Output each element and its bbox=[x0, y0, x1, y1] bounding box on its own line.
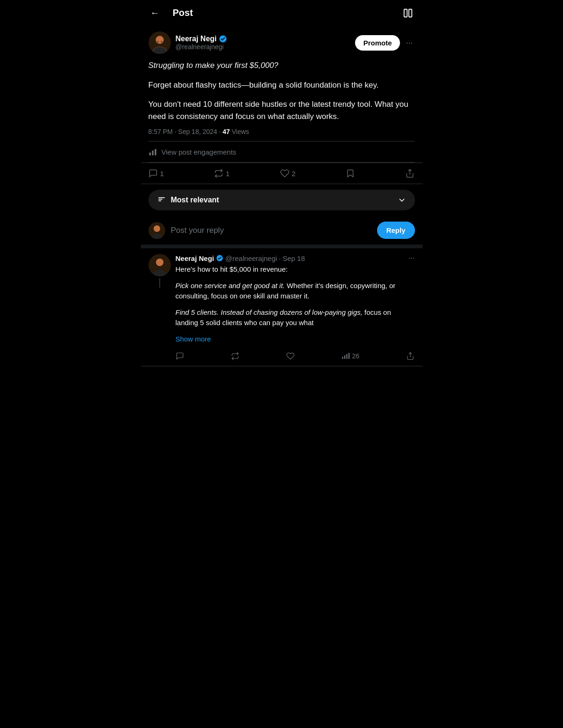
header: ← Post bbox=[141, 0, 422, 26]
svg-rect-0 bbox=[404, 9, 407, 17]
header-left: ← Post bbox=[148, 6, 193, 20]
promote-button[interactable]: Promote bbox=[355, 35, 400, 51]
author-handle: @realneerajnegi bbox=[176, 43, 227, 51]
comments-count: 1 bbox=[160, 170, 164, 178]
post-line1: Struggling to make your first $5,000? bbox=[148, 61, 279, 70]
back-button[interactable]: ← bbox=[148, 6, 162, 20]
reply-stats-row: 26 bbox=[176, 348, 415, 360]
reply-comment-icon bbox=[176, 352, 184, 360]
svg-rect-9 bbox=[149, 153, 150, 156]
avatar bbox=[148, 31, 171, 54]
reply-line2: Find 5 clients. Instead of chasing dozen… bbox=[176, 307, 415, 328]
book-icon-button[interactable] bbox=[401, 6, 415, 20]
share-icon bbox=[405, 169, 415, 178]
reply-author-name-row: Neeraj Negi @realneerajnegi · Sep 18 bbox=[176, 254, 305, 262]
svg-point-8 bbox=[161, 41, 163, 43]
reply-timestamp: Sep 18 bbox=[283, 254, 305, 262]
reply-share-button[interactable] bbox=[406, 352, 415, 360]
retweets-count: 1 bbox=[226, 170, 230, 178]
reply-input-row: Post your reply Reply bbox=[141, 216, 422, 245]
reply-avatar-col bbox=[148, 254, 171, 288]
reply-author-name: Neeraj Negi bbox=[176, 254, 215, 262]
reply-time: · bbox=[279, 254, 281, 262]
reply-more-button[interactable]: ··· bbox=[408, 254, 415, 262]
svg-rect-24 bbox=[346, 354, 347, 359]
reply-share-icon bbox=[406, 352, 415, 360]
author-text: Neeraj Negi @realneerajnegi bbox=[176, 35, 227, 51]
post-content: Struggling to make your first $5,000? Fo… bbox=[148, 59, 415, 122]
book-icon bbox=[403, 8, 413, 18]
heart-icon bbox=[280, 169, 289, 178]
filter-left: Most relevant bbox=[157, 195, 219, 205]
post-container: Neeraj Negi @realneerajnegi Promote ··· … bbox=[141, 26, 422, 163]
svg-rect-10 bbox=[152, 151, 153, 156]
svg-rect-22 bbox=[342, 357, 343, 359]
bar-chart-icon bbox=[148, 147, 158, 156]
author-actions: Promote ··· bbox=[355, 35, 415, 51]
svg-point-7 bbox=[157, 41, 159, 43]
author-name: Neeraj Negi bbox=[176, 35, 217, 43]
bookmark-button[interactable] bbox=[346, 169, 355, 178]
verified-icon bbox=[219, 35, 227, 43]
comment-icon bbox=[148, 169, 158, 178]
reply-author-header: Neeraj Negi @realneerajnegi · Sep 18 ··· bbox=[176, 254, 415, 262]
reply-views-button[interactable]: 26 bbox=[341, 352, 360, 360]
reply-intro: Here's how to hit $5,000 in revenue: bbox=[176, 264, 415, 275]
timestamp-text: 8:57 PM · Sep 18, 2024 · bbox=[148, 128, 223, 135]
author-name-row: Neeraj Negi bbox=[176, 35, 227, 43]
reply-author-handle: @realneerajnegi bbox=[225, 254, 277, 262]
stats-row: 1 1 2 bbox=[141, 163, 422, 184]
filter-icon bbox=[157, 195, 166, 205]
post-line2: Forget about flashy tactics—building a s… bbox=[148, 79, 415, 91]
post-line3: You don't need 10 different side hustles… bbox=[148, 98, 415, 122]
svg-point-20 bbox=[156, 259, 163, 266]
reply-submit-button[interactable]: Reply bbox=[377, 222, 415, 239]
reply-verified-icon bbox=[216, 254, 223, 262]
reply-author-details: Neeraj Negi @realneerajnegi · Sep 18 ···… bbox=[176, 254, 415, 360]
likes-count: 2 bbox=[292, 170, 296, 178]
svg-rect-25 bbox=[348, 353, 349, 359]
back-arrow-icon: ← bbox=[150, 7, 160, 18]
reply-card: Neeraj Negi @realneerajnegi · Sep 18 ···… bbox=[141, 248, 422, 366]
reply-content: Here's how to hit $5,000 in revenue: Pic… bbox=[176, 264, 415, 344]
view-engagements-label: View post engagements bbox=[162, 148, 237, 156]
svg-rect-11 bbox=[155, 149, 156, 155]
filter-bar[interactable]: Most relevant bbox=[148, 190, 415, 210]
section-divider bbox=[141, 245, 422, 248]
view-engagements[interactable]: View post engagements bbox=[148, 141, 415, 162]
show-more-link[interactable]: Show more bbox=[176, 335, 211, 343]
author-info: Neeraj Negi @realneerajnegi bbox=[148, 31, 227, 54]
thread-line bbox=[159, 278, 160, 288]
share-button[interactable] bbox=[405, 169, 415, 178]
retweet-button[interactable]: 1 bbox=[214, 169, 230, 178]
reply-input-area: Post your reply bbox=[148, 222, 371, 239]
svg-point-5 bbox=[156, 36, 163, 44]
views-count: 47 bbox=[222, 128, 230, 135]
reply-input[interactable]: Post your reply bbox=[171, 226, 371, 235]
reply-line2-italic: Find 5 clients. Instead of chasing dozen… bbox=[176, 308, 363, 316]
reply-line1-italic: Pick one service and get good at it. bbox=[176, 282, 285, 290]
page-title: Post bbox=[173, 7, 193, 18]
svg-rect-23 bbox=[344, 356, 345, 359]
reply-views-icon bbox=[341, 352, 350, 360]
chevron-down-icon bbox=[397, 195, 407, 205]
reply-heart-icon bbox=[286, 352, 295, 360]
timestamp: 8:57 PM · Sep 18, 2024 · 47 Views bbox=[148, 128, 415, 135]
author-row: Neeraj Negi @realneerajnegi Promote ··· bbox=[148, 31, 415, 54]
reply-views-count: 26 bbox=[352, 352, 360, 360]
more-options-button[interactable]: ··· bbox=[404, 36, 415, 50]
svg-point-17 bbox=[154, 225, 160, 232]
bookmark-icon bbox=[346, 169, 355, 178]
reply-avatar bbox=[148, 254, 171, 276]
svg-rect-1 bbox=[408, 9, 411, 17]
current-user-avatar bbox=[148, 222, 165, 239]
reply-retweet-icon bbox=[231, 352, 239, 360]
comments-button[interactable]: 1 bbox=[148, 169, 164, 178]
retweet-icon bbox=[214, 169, 223, 178]
reply-retweet-button[interactable] bbox=[231, 352, 239, 360]
reply-likes-button[interactable] bbox=[286, 352, 295, 360]
reply-comment-button[interactable] bbox=[176, 352, 184, 360]
reply-line1: Pick one service and get good at it. Whe… bbox=[176, 281, 415, 302]
reply-author-row: Neeraj Negi @realneerajnegi · Sep 18 ···… bbox=[148, 254, 415, 360]
likes-button[interactable]: 2 bbox=[280, 169, 296, 178]
